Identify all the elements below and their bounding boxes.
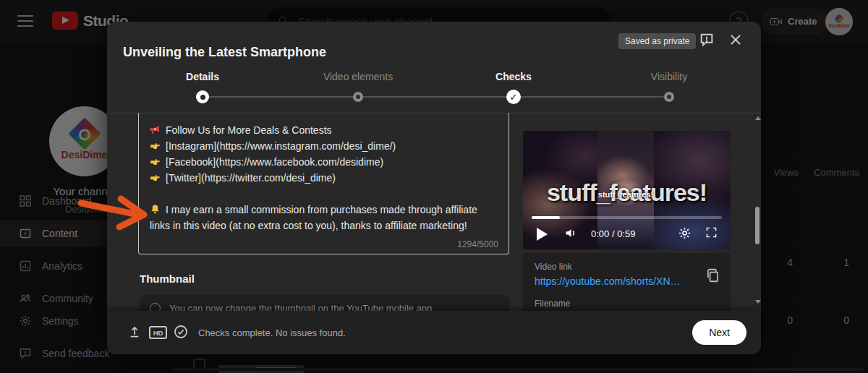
- step-circle-complete: ✓: [506, 90, 521, 104]
- saved-status-badge: Saved as private: [618, 33, 696, 49]
- description-line: Follow Us for More Deals & Contests: [150, 122, 498, 138]
- description-line: [Facebook](https://www.facebook.com/desi…: [150, 154, 498, 170]
- checks-complete-icon: [174, 325, 188, 339]
- description-line: [Instagram](https://www.instagram.com/de…: [150, 138, 498, 154]
- description-textarea[interactable]: Follow Us for More Deals & Contests[Inst…: [138, 113, 509, 254]
- player-settings-gear-icon[interactable]: [678, 226, 692, 243]
- volume-icon[interactable]: [564, 226, 578, 243]
- edit-video-dialog: Unveiling the Latest Smartphone Saved as…: [107, 22, 761, 354]
- dialog-scrollbar[interactable]: [755, 207, 760, 244]
- seek-bar[interactable]: [532, 216, 722, 219]
- step-dot: [148, 89, 257, 105]
- step-label: Checks: [459, 71, 568, 83]
- step-details[interactable]: Details: [148, 65, 257, 105]
- character-counter: 1294/5000: [457, 239, 498, 249]
- filename-label: Filename: [535, 299, 719, 309]
- description-line: I may earn a small commission from purch…: [150, 202, 498, 233]
- thumbnail-section-heading: Thumbnail: [140, 273, 195, 285]
- step-video-elements[interactable]: Video elements: [304, 65, 412, 105]
- youtube-studio-app: Studio ? Create DesiDime DesiDime Your c…: [0, 0, 868, 373]
- step-circle-current: [196, 90, 209, 103]
- hd-quality-icon: HD: [149, 326, 167, 339]
- scroll-up-arrow[interactable]: [755, 116, 761, 120]
- dialog-title: Unveiling the Latest Smartphone: [123, 45, 326, 60]
- bell-icon: [150, 203, 161, 214]
- checks-status-text: Checks complete. No issues found.: [198, 327, 346, 338]
- fullscreen-icon[interactable]: [705, 226, 718, 241]
- step-label: Visibility: [615, 71, 723, 83]
- step-label: Video elements: [304, 71, 412, 83]
- scroll-down-arrow[interactable]: [755, 300, 761, 304]
- point-right-icon: [150, 171, 161, 182]
- seek-bar-played: [532, 216, 560, 219]
- playback-time: 0:00 / 0:59: [591, 228, 635, 239]
- step-checks[interactable]: Checks✓: [459, 65, 568, 105]
- step-circle-upcoming: [353, 92, 363, 102]
- step-dot: [304, 89, 412, 105]
- description-text: Follow Us for More Deals & Contests[Inst…: [139, 113, 509, 233]
- video-preview-player[interactable]: stuff_features! stuff_features! 0:00 / 0…: [523, 131, 731, 249]
- point-right-icon: [150, 140, 161, 150]
- dialog-stepper: DetailsVideo elementsChecks✓Visibility: [107, 65, 761, 113]
- send-feedback-icon[interactable]: [699, 32, 715, 48]
- step-circle-upcoming: [664, 92, 674, 102]
- copy-icon[interactable]: [706, 267, 720, 283]
- dialog-footer: HD Checks complete. No issues found. Nex…: [107, 311, 761, 354]
- step-visibility[interactable]: Visibility: [615, 65, 723, 105]
- video-overlay-text: stuff_features!: [597, 190, 653, 199]
- step-dot: ✓: [459, 89, 568, 105]
- next-button[interactable]: Next: [692, 320, 746, 345]
- play-icon[interactable]: [537, 228, 548, 241]
- point-right-icon: [150, 155, 161, 166]
- video-link-label: Video link: [535, 262, 719, 272]
- blank-line: [150, 186, 498, 202]
- megaphone-icon: [150, 124, 161, 134]
- step-label: Details: [148, 71, 257, 83]
- close-icon[interactable]: [728, 32, 744, 48]
- upload-status-icon: [127, 325, 142, 339]
- description-line: [Twitter](https://twitter.com/desi_dime): [150, 170, 498, 186]
- video-link-url[interactable]: https://youtube.com/shorts/XN…: [535, 275, 699, 287]
- step-dot: [615, 89, 723, 105]
